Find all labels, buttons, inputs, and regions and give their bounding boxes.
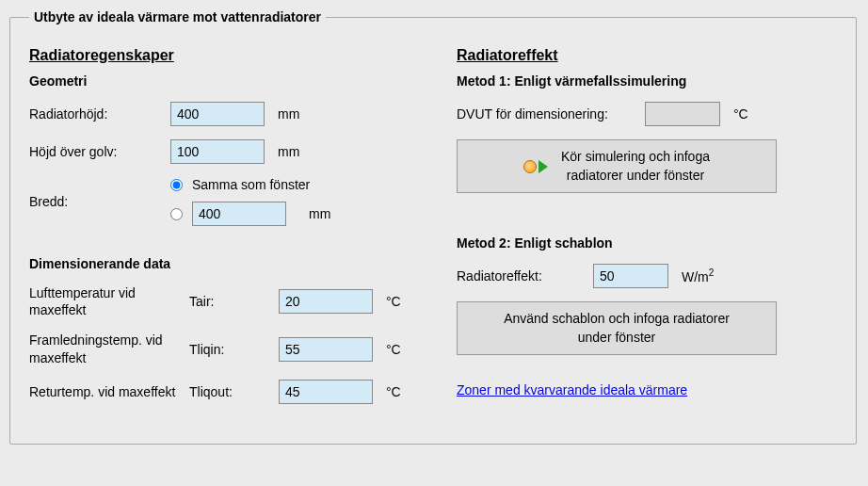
tliqout-label: Returtemp. vid maxeffekt <box>29 383 189 400</box>
width-unit: mm <box>309 206 330 221</box>
template-button-line1: Använd schablon och infoga radiatorer <box>504 311 730 326</box>
tliqout-symbol: Tliqout: <box>189 384 279 399</box>
dvut-unit: °C <box>733 106 748 122</box>
radiator-effect-unit: W/m2 <box>682 267 714 284</box>
dvut-input <box>645 102 720 126</box>
dvut-label: DVUT för dimensionering: <box>457 106 645 122</box>
run-button-line1: Kör simulering och infoga <box>561 149 710 164</box>
tliqin-label: Framledningstemp. vid maxeffekt <box>29 332 189 365</box>
dimensioning-data-heading: Dimensionerande data <box>29 256 410 271</box>
radiator-effect-heading: Radiatoreffekt <box>457 47 837 64</box>
tair-label: Lufttemperatur vid maxeffekt <box>29 284 189 318</box>
radiator-properties-heading: Radiatoregenskaper <box>29 47 410 64</box>
width-label: Bredd: <box>29 194 170 209</box>
radiator-effect-label: Radiatoreffekt: <box>457 268 593 284</box>
run-icon <box>523 160 548 173</box>
radiator-height-label: Radiatorhöjd: <box>29 106 170 122</box>
tliqout-unit: °C <box>386 384 401 399</box>
tliqin-unit: °C <box>386 342 401 357</box>
radiator-effect-column: Radiatoreffekt Metod 1: Enligt värmefall… <box>457 40 837 417</box>
height-above-floor-label: Höjd över golv: <box>29 144 170 159</box>
geometry-heading: Geometri <box>29 73 410 89</box>
template-button-line2: under fönster <box>578 330 656 345</box>
fieldset-legend: Utbyte av ideala värmare mot vattenradia… <box>29 9 326 24</box>
tair-unit: °C <box>386 294 401 309</box>
width-same-as-window-radio[interactable] <box>170 179 183 191</box>
method2-heading: Metod 2: Enligt schablon <box>457 235 837 251</box>
tair-input[interactable] <box>279 289 373 314</box>
use-template-button[interactable]: Använd schablon och infoga radiatorer un… <box>457 301 777 355</box>
radiator-height-unit: mm <box>278 106 299 122</box>
width-same-as-window-label: Samma som fönster <box>192 177 310 192</box>
radiator-height-input[interactable] <box>170 102 265 126</box>
width-custom-radio[interactable] <box>170 208 183 220</box>
tliqout-input[interactable] <box>279 380 373 404</box>
tair-symbol: Tair: <box>189 294 279 309</box>
height-above-floor-unit: mm <box>278 144 299 159</box>
method1-heading: Metod 1: Enligt värmefallssimulering <box>457 73 837 89</box>
tliqin-symbol: Tliqin: <box>189 342 279 357</box>
run-simulation-button[interactable]: Kör simulering och infoga radiatorer und… <box>457 139 777 193</box>
remaining-ideal-heaters-link[interactable]: Zoner med kvarvarande ideala värmare <box>457 382 687 397</box>
height-above-floor-input[interactable] <box>170 139 265 164</box>
radiator-effect-input[interactable] <box>593 264 668 288</box>
run-button-line2: radiatorer under fönster <box>567 168 704 183</box>
radiator-properties-column: Radiatoregenskaper Geometri Radiatorhöjd… <box>29 40 410 417</box>
width-input[interactable] <box>192 202 286 226</box>
tliqin-input[interactable] <box>279 337 373 362</box>
radiator-exchange-fieldset: Utbyte av ideala värmare mot vattenradia… <box>9 9 857 445</box>
